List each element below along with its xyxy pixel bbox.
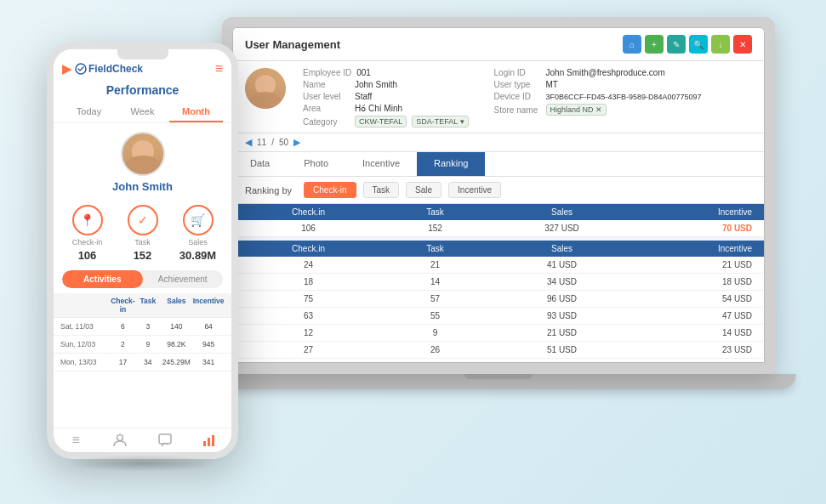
td-date: Sun, 12/03 [60, 340, 111, 348]
store-name-row: Store name Highland ND ✕ [494, 104, 702, 116]
nav-chat-icon[interactable] [143, 433, 187, 448]
td-incentive: 70 USD [625, 224, 752, 233]
th-sales: Sales [498, 207, 625, 217]
table-row: 18 14 34 USD 18 USD [233, 274, 764, 291]
laptop-notch [464, 374, 533, 379]
prev-page-button[interactable]: ◀ [245, 137, 252, 148]
rank-sale-button[interactable]: Sale [406, 182, 441, 198]
list-item: Sat, 11/03 6 3 140 64 [54, 318, 231, 336]
analytics-nav-icon [202, 433, 217, 448]
user-col-left: Employee ID 001 Name John Smith User lev… [303, 68, 469, 127]
user-level-row: User level Staff [303, 92, 469, 101]
activities-toggle[interactable]: Activities [62, 270, 143, 288]
tab-today[interactable]: Today [62, 102, 116, 122]
td-task: 3 [135, 322, 160, 331]
td-checkin: 24 [245, 260, 372, 269]
achievement-toggle[interactable]: Achievement [143, 270, 224, 288]
tab-ranking[interactable]: Ranking [417, 152, 485, 176]
td-incentive: 341 [192, 358, 225, 366]
search-button[interactable]: 🔍 [689, 35, 708, 54]
phone-bottom-nav: ≡ [54, 428, 231, 452]
activities-achievement-toggle: Activities Achievement [62, 270, 223, 288]
phone-content: ▶ FieldCheck ≡ Performance Today Week Mo… [54, 49, 231, 452]
user-fields: Employee ID 001 Name John Smith User lev… [303, 68, 752, 127]
user-type-row: User type MT [494, 80, 702, 89]
next-page-button[interactable]: ▶ [293, 137, 300, 148]
sales-value: 30.89M [179, 249, 216, 262]
td-sales: 93 USD [498, 311, 625, 320]
user-type-value: MT [546, 80, 558, 89]
task-icon: ✓ [128, 205, 158, 235]
tab-week[interactable]: Week [116, 102, 169, 122]
td-task: 23 [372, 362, 498, 363]
device-id-row: Device ID 3F0B6CCF-FD45-43FB-9589-D84A00… [494, 92, 702, 101]
td-checkin: 12 [245, 328, 372, 337]
page-total: 50 [279, 138, 288, 147]
svg-rect-3 [203, 441, 206, 446]
name-value: John Smith [355, 80, 397, 89]
edit-button[interactable]: ✎ [667, 35, 686, 54]
add-button[interactable]: + [645, 35, 664, 54]
download-button[interactable]: ↓ [711, 35, 730, 54]
user-type-label: User type [494, 80, 541, 89]
th-incentive: Incentive [625, 207, 752, 217]
td-task: 152 [372, 224, 498, 233]
pth-incentive: Incentive [192, 297, 225, 314]
rank-incentive-button[interactable]: Incentive [448, 182, 501, 198]
td-checkin: 6 [111, 322, 135, 331]
table-row: 27 26 51 USD 23 USD [233, 342, 764, 359]
top-table-row: 106 152 327 USD 70 USD [233, 220, 764, 237]
user-level-label: User level [303, 92, 350, 101]
rank-checkin-button[interactable]: Check-in [304, 182, 356, 198]
checkin-value: 106 [78, 249, 97, 262]
td-task: 34 [135, 358, 160, 366]
laptop-screen: User Management ⌂ + ✎ 🔍 ↓ ✕ [232, 27, 765, 363]
th-checkin: Check.in [245, 207, 372, 217]
tab-month[interactable]: Month [169, 102, 223, 122]
login-id-label: Login ID [494, 68, 541, 77]
logo-icon: ▶ [62, 62, 71, 76]
nav-list-icon[interactable]: ≡ [54, 433, 98, 448]
fieldcheck-logo-icon [75, 63, 87, 75]
bth-incentive: Incentive [625, 244, 752, 253]
task-value: 152 [134, 249, 152, 262]
phone-avatar [121, 132, 165, 176]
bth-checkin: Check.in [245, 244, 372, 253]
employee-id-label: Employee ID [303, 68, 351, 77]
delete-button[interactable]: ✕ [733, 35, 752, 54]
hamburger-menu-icon[interactable]: ≡ [215, 61, 223, 76]
td-task: 57 [372, 294, 498, 303]
tab-photo[interactable]: Photo [287, 152, 345, 176]
td-incentive: 21 USD [625, 260, 752, 269]
home-button[interactable]: ⌂ [623, 35, 641, 54]
bottom-ranking-table: Check.in Task Sales Incentive 24 21 41 U… [233, 241, 764, 363]
td-sales: 51 USD [498, 345, 625, 354]
name-row: Name John Smith [303, 80, 469, 89]
phone-notch [117, 49, 168, 59]
laptop-body: User Management ⌂ + ✎ 🔍 ↓ ✕ [222, 17, 775, 374]
td-task: 14 [372, 277, 498, 286]
td-checkin: 31 [245, 362, 372, 363]
td-sales: 21 USD [498, 328, 625, 337]
tab-incentive[interactable]: Incentive [345, 152, 417, 176]
name-label: Name [303, 80, 350, 89]
employee-id-row: Employee ID 001 [303, 68, 469, 77]
td-date: Mon, 13/03 [60, 358, 111, 366]
pth-task: Task [135, 297, 160, 314]
store-name-value: Highland ND ✕ [546, 104, 607, 116]
area-value: Hồ Chí Minh [355, 104, 402, 113]
stat-sales: 🛒 Sales 30.89M [173, 205, 223, 262]
category-row: Category CKW-TEFAL SDA-TEFAL ▾ [303, 116, 469, 127]
laptop-base [201, 374, 796, 389]
nav-chart-icon[interactable] [187, 433, 231, 448]
td-date: Sat, 11/03 [60, 322, 111, 331]
table-row: 31 23 59 USD 27 USD [233, 359, 764, 363]
td-checkin: 106 [245, 224, 372, 233]
tab-data[interactable]: Data [233, 152, 287, 176]
checkin-icon: 📍 [72, 205, 103, 235]
svg-point-1 [117, 435, 123, 441]
page-current: 11 [257, 138, 266, 147]
td-task: 26 [372, 345, 498, 354]
rank-task-button[interactable]: Task [363, 182, 400, 198]
nav-user-icon[interactable] [98, 433, 142, 448]
